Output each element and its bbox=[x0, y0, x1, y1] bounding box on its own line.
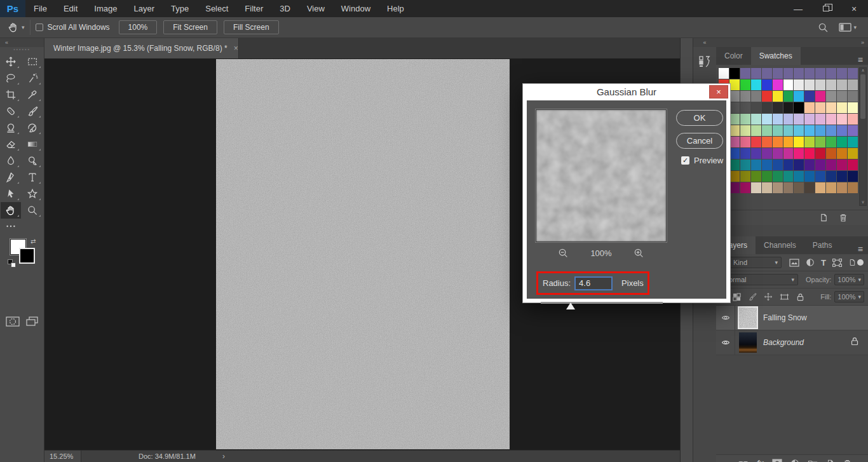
swatch[interactable] bbox=[773, 182, 783, 193]
background-color-swatch[interactable] bbox=[19, 248, 35, 264]
menu-type[interactable]: Type bbox=[163, 0, 197, 17]
menu-help[interactable]: Help bbox=[379, 0, 412, 17]
swatch[interactable] bbox=[837, 91, 847, 102]
swatch[interactable] bbox=[826, 182, 836, 193]
swatch[interactable] bbox=[783, 68, 794, 79]
filter-shape-layers-icon[interactable] bbox=[832, 259, 842, 267]
swatch[interactable] bbox=[837, 102, 847, 113]
filter-type-layers-icon[interactable]: T bbox=[821, 258, 826, 268]
delete-layer-icon[interactable] bbox=[843, 459, 851, 462]
preview-checkbox[interactable]: ✓ bbox=[681, 156, 689, 165]
adjustment-layer-icon[interactable] bbox=[790, 459, 799, 462]
radius-slider-track[interactable] bbox=[541, 302, 663, 304]
swatch[interactable] bbox=[837, 68, 847, 79]
swatch[interactable] bbox=[848, 114, 858, 125]
status-flyout-chevron[interactable]: › bbox=[222, 452, 225, 461]
filter-kind-select[interactable]: Kind▾ bbox=[729, 257, 782, 268]
swatch[interactable] bbox=[740, 125, 750, 136]
swatch[interactable] bbox=[848, 137, 858, 147]
lock-all-icon[interactable] bbox=[796, 293, 804, 301]
magic-wand-tool[interactable] bbox=[22, 70, 43, 86]
layer-style-icon[interactable]: fx bbox=[757, 459, 764, 462]
swatch[interactable] bbox=[773, 79, 783, 90]
swatch[interactable] bbox=[837, 182, 847, 193]
swatch[interactable] bbox=[848, 160, 858, 170]
swatch[interactable] bbox=[794, 68, 804, 79]
swatch[interactable] bbox=[773, 68, 783, 79]
swatch[interactable] bbox=[762, 91, 772, 102]
swatch[interactable] bbox=[751, 148, 761, 159]
swatch[interactable] bbox=[783, 182, 794, 193]
swatch[interactable] bbox=[804, 148, 815, 159]
swatch[interactable] bbox=[729, 160, 740, 170]
tab-swatches[interactable]: Swatches bbox=[751, 47, 801, 65]
quick-mask-button[interactable] bbox=[5, 315, 20, 328]
tab-paths[interactable]: Paths bbox=[804, 236, 841, 254]
swatch[interactable] bbox=[794, 160, 804, 170]
filter-pixel-layers-icon[interactable] bbox=[789, 259, 799, 267]
hand-tool[interactable] bbox=[1, 202, 21, 219]
menu-3d[interactable]: 3D bbox=[271, 0, 299, 17]
filter-toggle-icon[interactable] bbox=[857, 259, 864, 266]
edit-toolbar-button[interactable] bbox=[5, 220, 25, 233]
swatch[interactable] bbox=[815, 160, 825, 170]
swatch[interactable] bbox=[719, 68, 729, 79]
panel-menu-icon[interactable]: ≡ bbox=[853, 244, 868, 254]
swatch[interactable] bbox=[773, 114, 783, 125]
swatch[interactable] bbox=[848, 182, 858, 193]
scroll-all-windows-checkbox[interactable] bbox=[36, 24, 43, 31]
swatch[interactable] bbox=[783, 137, 794, 147]
swatch[interactable] bbox=[826, 160, 836, 170]
swatch[interactable] bbox=[837, 148, 847, 159]
swatch[interactable] bbox=[815, 137, 825, 147]
zoom-100-button[interactable]: 100% bbox=[119, 20, 158, 34]
zoom-tool[interactable] bbox=[22, 202, 43, 219]
lasso-tool[interactable] bbox=[1, 70, 21, 86]
swatch[interactable] bbox=[751, 125, 761, 136]
swatch[interactable] bbox=[826, 148, 836, 159]
spot-healing-brush-tool[interactable] bbox=[1, 103, 21, 119]
swatch[interactable] bbox=[804, 160, 815, 170]
brush-tool[interactable] bbox=[22, 103, 43, 119]
swatch[interactable] bbox=[848, 68, 858, 79]
swatch[interactable] bbox=[826, 102, 836, 113]
swatches-scrollbar[interactable]: ∧∨ bbox=[859, 67, 867, 206]
menu-view[interactable]: View bbox=[299, 0, 333, 17]
swatch[interactable] bbox=[729, 137, 740, 147]
filter-adjustment-layers-icon[interactable] bbox=[806, 258, 815, 267]
swatch[interactable] bbox=[848, 148, 858, 159]
search-icon[interactable] bbox=[818, 22, 829, 33]
swatch[interactable] bbox=[794, 91, 804, 102]
pen-tool[interactable] bbox=[1, 169, 21, 186]
swatch[interactable] bbox=[740, 171, 750, 182]
swatch[interactable] bbox=[740, 137, 750, 147]
swatch[interactable] bbox=[740, 102, 750, 113]
toolbar-grip[interactable]: •••••• bbox=[0, 47, 44, 52]
swatch[interactable] bbox=[773, 102, 783, 113]
swatch[interactable] bbox=[729, 68, 740, 79]
swatch[interactable] bbox=[729, 91, 740, 102]
swatch[interactable] bbox=[762, 102, 772, 113]
swatch[interactable] bbox=[740, 68, 750, 79]
menu-select[interactable]: Select bbox=[197, 0, 236, 17]
swatch[interactable] bbox=[740, 148, 750, 159]
swatch[interactable] bbox=[751, 182, 761, 193]
swatch[interactable] bbox=[783, 148, 794, 159]
swatch[interactable] bbox=[773, 171, 783, 182]
swatch[interactable] bbox=[773, 160, 783, 170]
panel-menu-icon[interactable]: ≡ bbox=[853, 55, 868, 65]
radius-slider-thumb[interactable] bbox=[566, 302, 575, 309]
radius-input[interactable] bbox=[574, 276, 613, 290]
menu-edit[interactable]: Edit bbox=[55, 0, 86, 17]
delete-swatch-icon[interactable] bbox=[839, 213, 848, 222]
collapsed-panel-button[interactable] bbox=[696, 52, 713, 71]
layer-row-background[interactable]: Background bbox=[716, 330, 868, 355]
swatch[interactable] bbox=[762, 160, 772, 170]
zoom-out-icon[interactable] bbox=[558, 248, 569, 259]
swatch[interactable] bbox=[815, 171, 825, 182]
swatch[interactable] bbox=[729, 114, 740, 125]
swatch[interactable] bbox=[815, 125, 825, 136]
swatch[interactable] bbox=[740, 160, 750, 170]
swatch[interactable] bbox=[740, 79, 750, 90]
swatch[interactable] bbox=[762, 125, 772, 136]
